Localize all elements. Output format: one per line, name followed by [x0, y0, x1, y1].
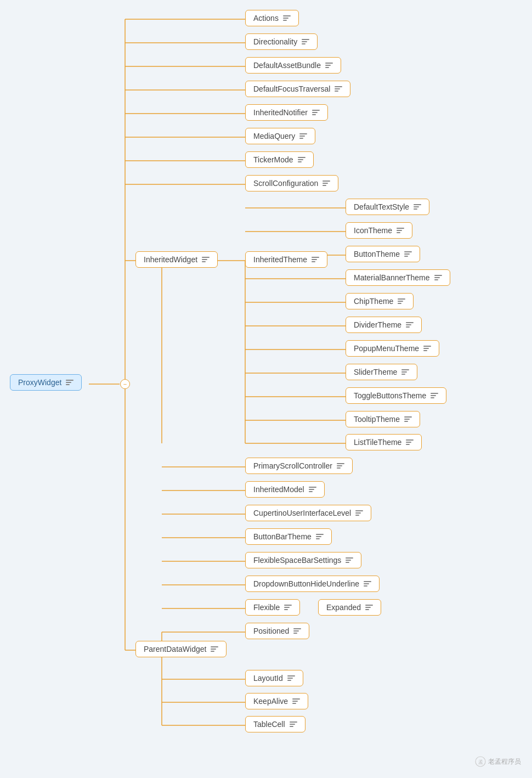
- flexible-menu-icon[interactable]: [284, 605, 292, 610]
- inherited-theme-node[interactable]: InheritedTheme: [245, 251, 327, 268]
- flexible-node[interactable]: Flexible: [245, 599, 300, 616]
- material-banner-theme-label: MaterialBannerTheme: [354, 273, 430, 282]
- table-cell-node[interactable]: TableCell: [245, 716, 305, 732]
- proxy-widget-node[interactable]: ProxyWidget: [10, 374, 82, 391]
- popup-menu-theme-node[interactable]: PopupMenuTheme: [346, 340, 439, 357]
- button-bar-theme-menu-icon[interactable]: [316, 534, 324, 539]
- primary-scroll-controller-label: PrimaryScrollController: [253, 461, 332, 470]
- expanded-node[interactable]: Expanded: [318, 599, 381, 616]
- flexible-label: Flexible: [253, 603, 280, 612]
- flexible-space-bar-settings-node[interactable]: FlexibleSpaceBarSettings: [245, 552, 361, 568]
- inherited-notifier-label: InheritedNotifier: [253, 108, 308, 117]
- positioned-label: Positioned: [253, 627, 289, 635]
- divider-theme-label: DividerTheme: [354, 320, 401, 329]
- media-query-node[interactable]: MediaQuery: [245, 128, 315, 144]
- toggle-buttons-theme-node[interactable]: ToggleButtonsTheme: [346, 387, 446, 404]
- icon-theme-node[interactable]: IconTheme: [346, 222, 412, 239]
- chip-theme-menu-icon[interactable]: [398, 298, 405, 304]
- slider-theme-node[interactable]: SliderTheme: [346, 364, 417, 380]
- collapse-button[interactable]: −: [120, 379, 130, 389]
- diagram-container: − ProxyWidget InheritedWidget ParentData…: [0, 0, 532, 778]
- actions-label: Actions: [253, 14, 279, 22]
- inherited-model-node[interactable]: InheritedModel: [245, 481, 325, 498]
- default-focus-traversal-menu-icon[interactable]: [335, 86, 342, 92]
- ticker-mode-node[interactable]: TickerMode: [245, 151, 314, 168]
- primary-scroll-controller-node[interactable]: PrimaryScrollController: [245, 458, 353, 474]
- flexible-space-bar-settings-menu-icon[interactable]: [346, 557, 353, 563]
- scroll-configuration-label: ScrollConfiguration: [253, 179, 318, 188]
- actions-menu-icon[interactable]: [283, 15, 291, 21]
- keep-alive-menu-icon[interactable]: [292, 698, 300, 704]
- default-text-style-node[interactable]: DefaultTextStyle: [346, 199, 429, 215]
- scroll-configuration-menu-icon[interactable]: [322, 181, 330, 186]
- parent-data-widget-menu-icon[interactable]: [211, 646, 218, 652]
- inherited-theme-menu-icon[interactable]: [312, 257, 319, 262]
- layout-id-menu-icon[interactable]: [287, 675, 295, 681]
- keep-alive-node[interactable]: KeepAlive: [245, 693, 308, 709]
- expanded-menu-icon[interactable]: [365, 605, 373, 610]
- button-theme-node[interactable]: ButtonTheme: [346, 246, 420, 262]
- default-asset-bundle-label: DefaultAssetBundle: [253, 61, 321, 70]
- default-focus-traversal-node[interactable]: DefaultFocusTraversal: [245, 81, 350, 97]
- inherited-notifier-menu-icon[interactable]: [312, 110, 320, 115]
- parent-data-widget-node[interactable]: ParentDataWidget: [135, 641, 227, 657]
- inherited-widget-menu-icon[interactable]: [202, 257, 210, 262]
- directionality-node[interactable]: Directionality: [245, 33, 318, 50]
- default-asset-bundle-menu-icon[interactable]: [325, 63, 333, 68]
- list-tile-theme-node[interactable]: ListTileTheme: [346, 434, 422, 450]
- tooltip-theme-node[interactable]: TooltipTheme: [346, 411, 420, 427]
- tooltip-theme-label: TooltipTheme: [354, 415, 400, 424]
- chip-theme-label: ChipTheme: [354, 297, 393, 306]
- table-cell-menu-icon[interactable]: [290, 721, 297, 727]
- dropdown-button-hide-underline-menu-icon[interactable]: [364, 581, 371, 587]
- material-banner-theme-node[interactable]: MaterialBannerTheme: [346, 269, 450, 286]
- inherited-model-menu-icon[interactable]: [309, 487, 316, 492]
- cupertino-user-interface-level-label: CupertinoUserInterfaceLevel: [253, 509, 351, 517]
- default-asset-bundle-node[interactable]: DefaultAssetBundle: [245, 57, 341, 74]
- expanded-label: Expanded: [326, 603, 361, 612]
- button-bar-theme-node[interactable]: ButtonBarTheme: [245, 528, 332, 545]
- list-tile-theme-menu-icon[interactable]: [406, 439, 414, 445]
- dropdown-button-hide-underline-label: DropdownButtonHideUnderline: [253, 579, 359, 588]
- toggle-buttons-theme-label: ToggleButtonsTheme: [354, 391, 426, 400]
- chip-theme-node[interactable]: ChipTheme: [346, 293, 414, 309]
- inherited-widget-node[interactable]: InheritedWidget: [135, 251, 218, 268]
- cupertino-ui-level-menu-icon[interactable]: [355, 510, 363, 516]
- proxy-widget-menu-icon[interactable]: [66, 380, 73, 385]
- toggle-buttons-theme-menu-icon[interactable]: [431, 393, 438, 398]
- divider-theme-menu-icon[interactable]: [406, 322, 414, 328]
- proxy-widget-label: ProxyWidget: [18, 378, 61, 387]
- icon-theme-menu-icon[interactable]: [397, 228, 404, 233]
- default-text-style-menu-icon[interactable]: [414, 204, 421, 210]
- divider-theme-node[interactable]: DividerTheme: [346, 317, 422, 333]
- positioned-node[interactable]: Positioned: [245, 623, 309, 639]
- slider-theme-label: SliderTheme: [354, 368, 397, 376]
- ticker-mode-menu-icon[interactable]: [298, 157, 305, 162]
- cupertino-user-interface-level-node[interactable]: CupertinoUserInterfaceLevel: [245, 505, 371, 521]
- primary-scroll-controller-menu-icon[interactable]: [337, 463, 344, 469]
- inherited-notifier-node[interactable]: InheritedNotifier: [245, 104, 328, 121]
- popup-menu-theme-menu-icon[interactable]: [423, 346, 431, 351]
- positioned-menu-icon[interactable]: [293, 628, 301, 634]
- default-focus-traversal-label: DefaultFocusTraversal: [253, 84, 330, 93]
- media-query-label: MediaQuery: [253, 132, 295, 140]
- layout-id-node[interactable]: LayoutId: [245, 670, 303, 686]
- icon-theme-label: IconTheme: [354, 226, 392, 235]
- directionality-label: Directionality: [253, 37, 297, 46]
- watermark: 孟 老孟程序员: [475, 756, 521, 767]
- directionality-menu-icon[interactable]: [302, 39, 309, 44]
- inherited-widget-label: InheritedWidget: [144, 255, 197, 264]
- media-query-menu-icon[interactable]: [299, 133, 307, 139]
- inherited-model-label: InheritedModel: [253, 485, 304, 494]
- material-banner-theme-menu-icon[interactable]: [434, 275, 442, 280]
- table-cell-label: TableCell: [253, 720, 285, 729]
- list-tile-theme-label: ListTileTheme: [354, 438, 401, 447]
- dropdown-button-hide-underline-node[interactable]: DropdownButtonHideUnderline: [245, 576, 380, 592]
- button-theme-menu-icon[interactable]: [404, 251, 412, 257]
- scroll-configuration-node[interactable]: ScrollConfiguration: [245, 175, 338, 191]
- tooltip-theme-menu-icon[interactable]: [404, 416, 412, 422]
- ticker-mode-label: TickerMode: [253, 155, 293, 164]
- slider-theme-menu-icon[interactable]: [401, 369, 409, 375]
- button-theme-label: ButtonTheme: [354, 250, 400, 258]
- actions-node[interactable]: Actions: [245, 10, 299, 26]
